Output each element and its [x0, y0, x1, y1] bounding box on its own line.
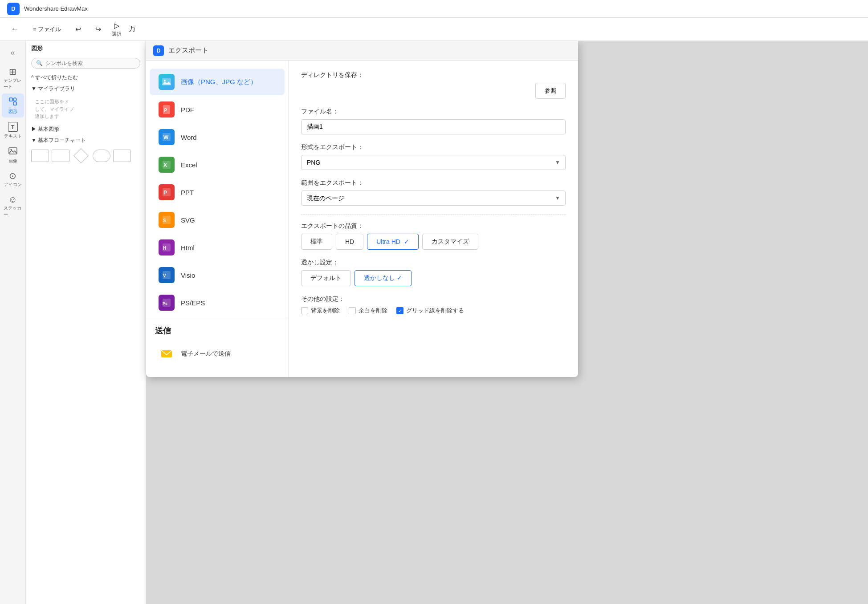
shape-rectangle-2[interactable] — [52, 150, 69, 162]
sidebar-item-text[interactable]: T テキスト — [2, 118, 24, 142]
send-section: 送信 電子メールで送信 — [146, 318, 288, 370]
fold-all-button[interactable]: ^ すべて折りたたむ — [26, 72, 146, 83]
main-canvas[interactable]: D エクスポート 画像（PNG、JPG など） — [146, 41, 868, 604]
format-item-html[interactable]: H Html — [150, 234, 285, 261]
sidebar-item-image[interactable]: 画像 — [2, 143, 24, 167]
wan-tool[interactable]: 万 — [129, 24, 136, 34]
shapes-grid — [26, 146, 146, 166]
shapes-icon — [8, 97, 17, 107]
visio-format-icon: V — [159, 267, 175, 283]
svg-text:H: H — [163, 246, 166, 251]
sidebar-item-icon[interactable]: ⊙ アイコン — [2, 168, 24, 191]
shape-rect-4[interactable] — [113, 150, 131, 162]
shapes-panel: 図形 🔍 ^ すべて折りたたむ ▼ マイライブラリ ここに図形をド して、マイラ… — [26, 41, 146, 604]
range-select[interactable]: 現在のページ 全ページ 選択範囲 — [301, 191, 566, 206]
pdf-format-icon — [159, 101, 175, 118]
format-select[interactable]: PNG JPG BMP TIFF — [301, 155, 566, 170]
directory-row: ディレクトリを保存： 参照 — [301, 71, 566, 99]
format-item-word[interactable]: W Word — [150, 124, 285, 150]
app-title: Wondershare EdrawMax — [24, 5, 88, 12]
format-item-pdf[interactable]: PDF — [150, 96, 285, 123]
basic-shapes-header[interactable]: ▶ 基本図形 — [26, 124, 146, 135]
quality-standard-button[interactable]: 標準 — [301, 234, 332, 250]
shapes-panel-header: 図形 — [26, 41, 146, 56]
collapse-nav-button[interactable]: « — [8, 45, 17, 60]
format-item-ppt[interactable]: P PPT — [150, 179, 285, 206]
shape-rect-3[interactable] — [93, 150, 110, 162]
filename-input[interactable] — [301, 119, 566, 134]
basic-flowchart-header[interactable]: ▼ 基本フローチャート — [26, 135, 146, 146]
send-item-email[interactable]: 電子メールで送信 — [155, 341, 279, 366]
watermark-default-button[interactable]: デフォルト — [301, 270, 351, 286]
sidebar-item-sticker[interactable]: ☺ ステッカー — [2, 191, 24, 220]
select-tool[interactable]: ▷ 選択 — [112, 21, 122, 37]
range-select-row: 範囲をエクスポート： 現在のページ 全ページ 選択範囲 ▼ — [301, 179, 566, 206]
sidebar-item-template[interactable]: ⊞ テンプレート — [2, 64, 24, 93]
svg-text:Ps: Ps — [163, 301, 167, 306]
export-logo: D — [153, 45, 164, 56]
back-button[interactable]: ← — [7, 23, 22, 36]
format-item-excel[interactable]: X Excel — [150, 151, 285, 178]
quality-row-section: エクスポートの品質： 標準 HD Ultra HD ✓ カスタマイズ — [301, 222, 566, 250]
ppt-format-icon: P — [159, 184, 175, 200]
svg-text:V: V — [163, 273, 166, 278]
watermark-check: ✓ — [397, 274, 402, 281]
export-title: エクスポート — [168, 46, 208, 55]
undo-button[interactable]: ↩ — [72, 23, 85, 35]
svg-point-2 — [13, 98, 16, 101]
template-icon: ⊞ — [9, 67, 16, 76]
shape-rectangle[interactable] — [31, 150, 49, 162]
app-logo: D — [7, 3, 20, 15]
quality-custom-button[interactable]: カスタマイズ — [422, 234, 478, 250]
remove-grid-checkbox[interactable]: ✓ — [396, 307, 403, 314]
app-toolbar: ← ≡ ファイル ↩ ↪ ▷ 選択 万 — [0, 18, 868, 41]
format-select-label: 形式をエクスポート： — [301, 143, 566, 151]
shape-diamond[interactable] — [72, 150, 90, 162]
browse-button[interactable]: 参照 — [535, 83, 566, 99]
image-format-icon — [159, 74, 175, 90]
filename-row: ファイル名： — [301, 108, 566, 134]
format-item-svg[interactable]: S SVG — [150, 207, 285, 233]
format-select-row: 形式をエクスポート： PNG JPG BMP TIFF ▼ — [301, 143, 566, 170]
export-popup-body: 画像（PNG、JPG など） PDF W — [146, 61, 578, 377]
svg-format-icon: S — [159, 212, 175, 228]
menu-button[interactable]: ≡ ファイル — [29, 24, 65, 35]
excel-format-icon: X — [159, 157, 175, 173]
search-box[interactable]: 🔍 — [31, 58, 140, 69]
remove-bg-option[interactable]: 背景を削除 — [301, 307, 340, 315]
send-title: 送信 — [155, 325, 279, 336]
app-title-bar: D Wondershare EdrawMax — [0, 0, 868, 18]
remove-margin-checkbox[interactable] — [349, 307, 356, 314]
sidebar-item-shapes[interactable]: 図形 — [2, 93, 24, 118]
svg-rect-1 — [13, 102, 16, 105]
my-library-empty: ここに図形をド して、マイライブ 追加します — [26, 94, 146, 124]
search-input[interactable] — [45, 60, 135, 66]
email-icon — [159, 346, 175, 362]
icon-icon: ⊙ — [9, 171, 16, 180]
filename-label: ファイル名： — [301, 108, 566, 116]
quality-hd-button[interactable]: HD — [336, 234, 363, 250]
svg-rect-0 — [9, 98, 12, 101]
my-library-header[interactable]: ▼ マイライブラリ — [26, 83, 146, 94]
format-list: 画像（PNG、JPG など） PDF W — [146, 61, 289, 377]
quality-buttons: 標準 HD Ultra HD ✓ カスタマイズ — [301, 234, 566, 250]
remove-grid-option[interactable]: ✓ グリッド線を削除する — [396, 307, 464, 315]
format-select-wrapper: PNG JPG BMP TIFF ▼ — [301, 155, 566, 170]
quality-label: エクスポートの品質： — [301, 222, 566, 230]
directory-label: ディレクトリを保存： — [301, 71, 566, 79]
redo-button[interactable]: ↪ — [92, 23, 105, 35]
remove-margin-option[interactable]: 余白を削除 — [349, 307, 387, 315]
watermark-label: 透かし設定： — [301, 259, 566, 267]
watermark-none-button[interactable]: 透かしなし ✓ — [355, 270, 412, 286]
format-item-pseps[interactable]: Ps PS/EPS — [150, 289, 285, 316]
remove-bg-checkbox[interactable] — [301, 307, 308, 314]
svg-text:W: W — [163, 134, 169, 141]
other-settings-label: その他の設定： — [301, 295, 566, 303]
svg-text:S: S — [163, 218, 166, 223]
format-item-image[interactable]: 画像（PNG、JPG など） — [150, 69, 285, 95]
quality-ultrahd-button[interactable]: Ultra HD ✓ — [367, 234, 419, 250]
other-settings-row-section: その他の設定： 背景を削除 余白を削除 — [301, 295, 566, 315]
watermark-buttons: デフォルト 透かしなし ✓ — [301, 270, 566, 286]
format-item-visio[interactable]: V Visio — [150, 262, 285, 288]
svg-text:P: P — [163, 190, 167, 196]
